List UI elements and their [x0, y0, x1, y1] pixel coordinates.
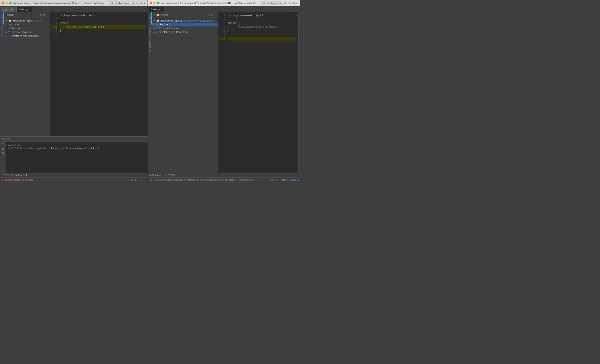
bottom-tab-todo-left[interactable]: ≡ 6: TODO	[2, 174, 13, 176]
left-project-tab[interactable]: 1: Project	[0, 12, 4, 25]
test-go-tab-label-right: test.go	[153, 8, 160, 11]
right-code-content[interactable]: package awesomeProject1 import ( _ "gith…	[226, 12, 298, 173]
left-window-controls[interactable]	[2, 2, 11, 4]
right-event-log-btn[interactable]: Event Log	[290, 179, 300, 181]
left-favorites-tab[interactable]: 2: Favorites	[0, 25, 4, 39]
todo-label-left: 6: TODO	[4, 174, 13, 176]
terminal-icon-left: ▶	[16, 174, 17, 176]
error-text-left: Cannot resolve file 'go-grpc'	[4, 179, 33, 181]
ln6-left: 6	[51, 33, 57, 37]
event-trash-icon[interactable]: 🗑	[2, 147, 4, 150]
ln4-left: 4	[51, 25, 57, 29]
right-expand-icon[interactable]: ⊞	[295, 1, 297, 4]
root-name-right: awesomeProject1	[160, 19, 182, 22]
left-status-right: 4:30 LF UTF-	[128, 179, 146, 181]
right-sidebar-gear-icon[interactable]: ⚙	[211, 13, 213, 16]
left-tab-bar: g go.mod × G test.go ×	[0, 6, 148, 12]
test-go-tab-close-left[interactable]: ×	[29, 8, 30, 10]
right-line-ending: LF	[276, 179, 279, 181]
left-close-btn[interactable]	[2, 2, 4, 4]
extlibs-label-right: External Libraries	[159, 27, 179, 30]
event-wrench-icon[interactable]: 🔧	[1, 152, 4, 155]
left-sidebar-gear-icon[interactable]: ⚙	[43, 13, 45, 16]
left-search-icon[interactable]: 🔍	[140, 1, 143, 4]
left-sidebar-sync-icon[interactable]: ↻	[40, 13, 42, 16]
tree-item-gomod[interactable]: g go.mod	[4, 23, 50, 27]
test-go-tab-label-left: test.go	[21, 8, 28, 11]
right-close-btn[interactable]	[150, 2, 152, 4]
right-cursor-pos: 7:1	[270, 179, 273, 181]
testgo-icon-right: G	[157, 23, 159, 26]
right-run-icon[interactable]: ▶	[285, 2, 287, 4]
tree-item-scratches-right[interactable]: ▶ ✏ Scratches and Consoles	[152, 30, 218, 34]
tree-item-extlibs-left[interactable]: ▶ ⊞ External Libraries	[4, 30, 50, 34]
tab-test-go-left[interactable]: G test.go ×	[17, 7, 32, 12]
tree-item-root-left[interactable]: ▼ 📁 awesomeProject ~/Docu	[4, 19, 50, 23]
go-mod-tab-close[interactable]: ×	[13, 8, 15, 10]
root-name-left: awesomeProject	[12, 19, 33, 22]
event-date-left: 2019-04-12	[8, 143, 146, 146]
right-minimize-btn[interactable]	[153, 2, 156, 4]
ln6-right: 6	[219, 33, 225, 37]
code-line-4-left: "github.com/micro/go-grpc"!	[59, 25, 146, 29]
database-tab[interactable]: Database	[299, 12, 300, 25]
extlibs-arrow-left: ▶	[6, 31, 7, 33]
right-status-message: Edit the project and application prefere…	[154, 179, 253, 181]
root-folder-icon-right: 📁	[156, 19, 159, 22]
scratches-label-left: Scratches and Consoles	[11, 35, 38, 37]
right-structure-tab[interactable]: 2: Structure	[148, 25, 152, 39]
left-settings-icon[interactable]: ⚙	[143, 1, 146, 4]
tree-item-testgo-left[interactable]: G test.go	[4, 27, 50, 30]
left-code-content[interactable]: package awesomeProject import ( "github.…	[58, 12, 148, 136]
tree-item-extlibs-right[interactable]: ▶ ⊞ External Libraries	[152, 27, 218, 30]
left-sidebar-project-label: Project	[6, 14, 39, 16]
ln3-left: 3	[51, 21, 57, 25]
right-fullscreen-icon[interactable]: ⛶	[298, 1, 300, 4]
testgo-label-left: test.go	[12, 27, 20, 30]
ln4-right: 4	[219, 25, 225, 29]
tree-item-scratches-left[interactable]: ▶ ✏ Scratches and Consoles	[4, 34, 50, 38]
left-toolbar-right: Add Configuration... ▶ 🐛 🔍 ⚙	[108, 1, 146, 5]
left-add-config-btn[interactable]: Add Configuration...	[108, 1, 133, 5]
tree-item-root-right[interactable]: ▼ 📁 awesomeProject1 ~/Documents/Projects…	[152, 19, 218, 23]
tab-test-go-right[interactable]: G test.go ×	[149, 7, 164, 12]
code-line-1-right: package awesomeProject1	[228, 14, 297, 18]
left-minimize-btn[interactable]	[5, 2, 8, 4]
right-search-icon[interactable]: 🔍	[288, 1, 291, 4]
tree-item-testgo-right[interactable]: G test.go	[152, 23, 218, 27]
right-project-tab[interactable]: 1: Project	[148, 12, 152, 25]
todo-label-right: 6: TODO	[165, 174, 175, 176]
scratches-arrow-left: ▶	[6, 35, 7, 37]
tab-go-mod[interactable]: g go.mod ×	[1, 7, 17, 12]
ln2-right: 2	[219, 18, 225, 21]
right-tab-bar: G test.go ×	[148, 6, 300, 12]
bottom-tab-terminal-right[interactable]: ▶ Terminal	[150, 174, 161, 176]
left-debug-icon[interactable]: 🐛	[136, 2, 139, 4]
left-line-numbers: 1 2 3 4 5 6	[50, 12, 58, 136]
left-maximize-btn[interactable]	[9, 2, 11, 4]
right-settings-icon[interactable]: ⚙	[292, 1, 294, 4]
right-status-sync: ↻	[255, 179, 257, 181]
terminal-label-right: Terminal	[152, 174, 161, 176]
code-line-2-left	[59, 18, 146, 21]
scratches-icon-right: ✏	[156, 31, 158, 34]
gomod-label: go.mod	[11, 23, 20, 26]
right-window-controls[interactable]	[150, 2, 159, 4]
root-path-left: ~/Docu	[33, 19, 41, 22]
right-sidebar-sync-icon[interactable]: ↻	[208, 13, 210, 16]
root-arrow-right: ▼	[153, 20, 155, 22]
right-add-config-btn[interactable]: Add Configuration...	[260, 1, 285, 5]
bottom-tab-terminal-left[interactable]: ▶ Terminal	[16, 174, 27, 176]
left-edge-tabs: 1: Project 2: Favorites	[0, 12, 4, 136]
test-go-tab-close-right[interactable]: ×	[161, 8, 162, 10]
left-run-icon[interactable]: ▶	[133, 2, 135, 4]
right-line-numbers: 1 2 3 4 5 6 7	[218, 12, 226, 173]
left-cursor-pos: 4:30	[128, 179, 133, 181]
right-sidebar-minimize-icon[interactable]: —	[214, 13, 217, 16]
left-sidebar-toolbar: Project ↻ ⚙ —	[4, 12, 50, 18]
left-sidebar-minimize-icon[interactable]: —	[46, 13, 49, 16]
right-favorites-tab[interactable]: 2: Favorites	[148, 39, 152, 54]
bottom-tab-todo-right[interactable]: ≡ 6: TODO	[164, 174, 175, 176]
event-check-icon[interactable]: ☑	[2, 143, 4, 146]
right-maximize-btn[interactable]	[157, 2, 159, 4]
